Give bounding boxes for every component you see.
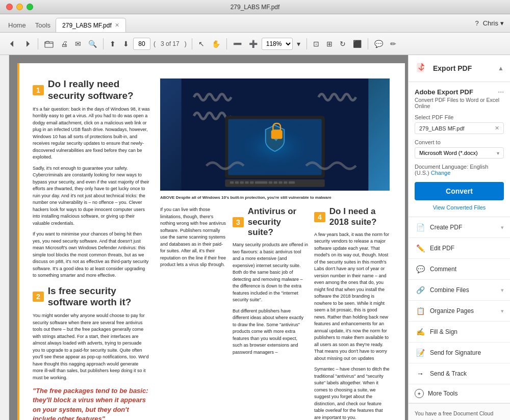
tools-tab[interactable]: Tools	[31, 19, 55, 31]
fit-page-tool[interactable]: ⊡	[310, 38, 322, 50]
convert-to-select[interactable]: Microsoft Word (*.docx) ▾	[415, 147, 504, 159]
section1-title: Do I really need security software?	[48, 78, 150, 102]
search-tool[interactable]: 🔍	[85, 38, 100, 50]
main-layout: 1 Do I really need security software? It…	[0, 55, 510, 420]
tool-edit-pdf-left: ✏️ Edit PDF	[415, 243, 454, 254]
separator-5	[307, 38, 307, 49]
user-menu[interactable]: Chris ▾	[483, 19, 504, 27]
section4-body: A few years back, it was the norm for se…	[314, 231, 390, 362]
forward-tool[interactable]	[20, 38, 35, 50]
pdf-area[interactable]: 1 Do I really need security software? It…	[9, 55, 408, 420]
open-tool[interactable]	[41, 38, 57, 50]
tool-organize-pages[interactable]: 📋 Organize Pages ▾	[409, 301, 510, 322]
close-button[interactable]	[6, 4, 13, 10]
prev-page-tool[interactable]: ⬆	[107, 38, 119, 50]
page-total-text: 3 of 17	[159, 40, 182, 47]
send-signature-icon: 📝	[415, 347, 426, 358]
tool-send-track[interactable]: → Send & Track	[409, 363, 510, 384]
svg-rect-8	[235, 181, 239, 184]
language-row: Document Language: English (U.S.) Change	[415, 164, 504, 176]
tool-edit-pdf[interactable]: ✏️ Edit PDF	[409, 238, 510, 259]
annotate-tool[interactable]: ✏	[387, 38, 399, 50]
tab-bar: Home Tools 279_LABS MF.pdf ✕ ? Chris ▾	[0, 14, 510, 33]
pdf-tab[interactable]: 279_LABS MF.pdf ✕	[56, 18, 126, 32]
yellow-bar	[17, 63, 19, 420]
fit-width-tool[interactable]: ⊞	[323, 38, 336, 50]
fill-sign-label: Fill & Sign	[430, 328, 457, 335]
image-caption: ABOVE Despite all of Windows 10's built-…	[160, 195, 390, 200]
svg-rect-9	[240, 181, 244, 184]
section3-body: Many security products are offered in tw…	[233, 242, 308, 304]
section3-number: 3	[233, 217, 244, 227]
convert-button[interactable]: Convert	[415, 182, 504, 200]
pull-quote: "The free packages tend to be basic: the…	[33, 386, 150, 420]
screenshot-tool[interactable]: ⬛	[350, 38, 365, 50]
svg-rect-15	[278, 181, 282, 184]
title-bar: 279_LABS MF.pdf	[0, 0, 510, 14]
create-pdf-chevron-icon: ▾	[501, 224, 504, 231]
rotate-tool[interactable]: ↻	[337, 38, 349, 50]
minimize-button[interactable]	[16, 4, 23, 10]
adobe-export-label: Adobe Export PDF	[415, 88, 473, 96]
home-tab[interactable]: Home	[4, 19, 30, 31]
separator-1	[38, 38, 38, 49]
window-controls[interactable]	[6, 4, 33, 10]
send-signature-label: Send for Signature	[430, 349, 481, 356]
section1-body3: If you want to minimise your chances of …	[33, 231, 150, 279]
svg-rect-17	[289, 181, 295, 184]
col1-content: If you can live with those limitations, …	[160, 206, 226, 420]
email-tool[interactable]: ✉	[72, 38, 84, 50]
send-track-label: Send & Track	[430, 370, 467, 377]
tool-combine-left: 🔗 Combine Files	[415, 284, 469, 296]
pdf-tab-label: 279_LABS MF.pdf	[62, 22, 112, 29]
pdf-page: 1 Do I really need security software? It…	[17, 63, 405, 420]
export-pdf-icon	[415, 61, 429, 75]
print-tool[interactable]: 🖨	[58, 38, 71, 50]
edit-pdf-label: Edit PDF	[430, 245, 454, 252]
page-number-input[interactable]: 80	[133, 38, 150, 50]
zoom-select[interactable]: 118% 100% 75% 150%	[262, 38, 293, 50]
forward-icon	[23, 40, 32, 48]
tool-fill-sign[interactable]: ✍️ Fill & Sign	[409, 322, 510, 343]
export-pdf-header[interactable]: Export PDF ▲	[409, 55, 510, 82]
separator-4	[226, 38, 227, 49]
maximize-button[interactable]	[27, 4, 33, 10]
col3-continued: Symantec – have chosen to ditch the trad…	[314, 366, 390, 420]
svg-rect-13	[269, 181, 272, 184]
tab-close-icon[interactable]: ✕	[115, 22, 119, 29]
tool-create-pdf[interactable]: 📄 Create PDF ▾	[409, 217, 510, 238]
file-row[interactable]: 279_LABS MF.pdf ✕	[415, 122, 504, 134]
zoom-chevron[interactable]: ▾	[294, 38, 303, 50]
tool-more-tools[interactable]: + More Tools	[409, 384, 510, 403]
section1-number: 1	[33, 85, 44, 95]
tool-send-signature[interactable]: 📝 Send for Signature	[409, 343, 510, 363]
help-button[interactable]: ?	[475, 19, 478, 27]
next-page-tool[interactable]: ⬇	[120, 38, 132, 50]
view-converted-link[interactable]: View Converted Files	[415, 204, 504, 211]
cursor-tool[interactable]: ↖	[195, 38, 208, 50]
change-language-link[interactable]: Change	[431, 170, 451, 176]
comment-tool[interactable]: 💬	[371, 38, 386, 50]
section3-header: 3 Antivirus or security suite?	[233, 206, 308, 238]
zoom-out-tool[interactable]: ➖	[230, 38, 245, 50]
zoom-in-tool[interactable]: ➕	[246, 38, 261, 50]
export-chevron-icon[interactable]: ▲	[498, 65, 504, 72]
file-name: 279_LABS MF.pdf	[419, 125, 495, 132]
section4-title: Do I need a 2018 suite?	[329, 206, 390, 227]
more-tools-icon: +	[415, 389, 424, 398]
file-remove-icon[interactable]: ✕	[495, 125, 499, 132]
col1-text: If you can live with those limitations, …	[160, 206, 226, 269]
back-tool[interactable]	[5, 38, 19, 50]
svg-rect-10	[245, 181, 248, 184]
convert-chevron-icon: ▾	[497, 150, 499, 156]
hand-tool[interactable]: ✋	[209, 38, 223, 50]
section1-body2: Sadly, it's not enough to guarantee your…	[33, 165, 150, 227]
combine-files-label: Combine Files	[430, 286, 469, 294]
adobe-export-desc: Convert PDF Files to Word or Excel Onlin…	[415, 97, 504, 109]
tool-send-sig-left: 📝 Send for Signature	[415, 347, 481, 358]
tool-comment[interactable]: 💬 Comment	[409, 259, 510, 280]
combine-files-icon: 🔗	[415, 284, 426, 296]
tool-combine-files[interactable]: 🔗 Combine Files ▾	[409, 280, 510, 301]
left-column: 1 Do I really need security software? It…	[33, 78, 150, 420]
col2-content: 3 Antivirus or security suite? Many secu…	[233, 206, 308, 420]
